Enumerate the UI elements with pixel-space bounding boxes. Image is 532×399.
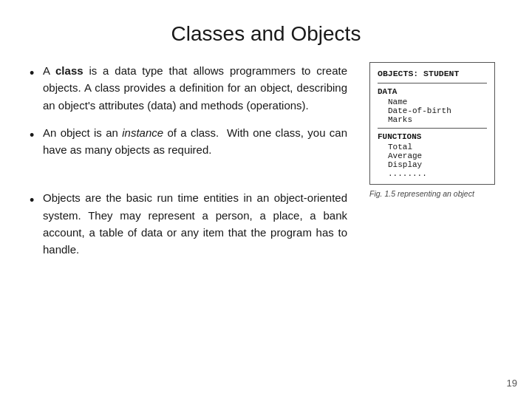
diagram-item-marks: Marks: [378, 115, 487, 124]
bullet-item-2: • An object is an instance of a class. W…: [30, 124, 347, 159]
bullet-dot-1: •: [30, 64, 43, 84]
fig-caption: Fig. 1.5 representing an object: [369, 189, 495, 198]
figure-box: OBJECTS: STUDENT DATA Name Date-of-birth…: [362, 62, 502, 268]
diagram-section-functions-label: FUNCTIONS: [378, 132, 487, 141]
diagram-item-average: Average: [378, 151, 487, 160]
keyword-class: class: [55, 64, 83, 77]
diagram-item-total: Total: [378, 143, 487, 151]
bullet-section-bottom: • Objects are the basic run time entitie…: [30, 189, 347, 268]
keyword-instance: instance: [122, 126, 163, 139]
content-area: • A class is a data type that allows pro…: [30, 62, 502, 268]
page-number: 19: [507, 378, 517, 389]
bullet-text-3: Objects are the basic run time entities …: [43, 189, 347, 258]
diagram-item-dob: Date-of-birth: [378, 106, 487, 115]
bullet-section-top: • A class is a data type that allows pro…: [30, 62, 347, 168]
bullet-dot-2: •: [30, 126, 43, 146]
bullet-text-1: A class is a data type that allows progr…: [43, 62, 347, 114]
object-diagram: OBJECTS: STUDENT DATA Name Date-of-birth…: [369, 62, 495, 185]
bullet-item-1: • A class is a data type that allows pro…: [30, 62, 347, 114]
bullet-item-3: • Objects are the basic run time entitie…: [30, 189, 347, 258]
bullet-dot-3: •: [30, 191, 43, 211]
diagram-title: OBJECTS: STUDENT: [378, 69, 487, 78]
text-column: • A class is a data type that allows pro…: [30, 62, 347, 268]
diagram-item-display: Display: [378, 160, 487, 169]
slide-title: Classes and Objects: [30, 22, 502, 46]
bullet-text-2: An object is an instance of a class. Wit…: [43, 124, 347, 159]
diagram-divider-1: [378, 83, 487, 83]
diagram-section-data-label: DATA: [378, 87, 487, 96]
slide: Classes and Objects • A class is a data …: [0, 0, 532, 399]
diagram-divider-2: [378, 128, 487, 129]
diagram-item-name: Name: [378, 98, 487, 106]
diagram-item-dots: ........: [378, 169, 487, 178]
